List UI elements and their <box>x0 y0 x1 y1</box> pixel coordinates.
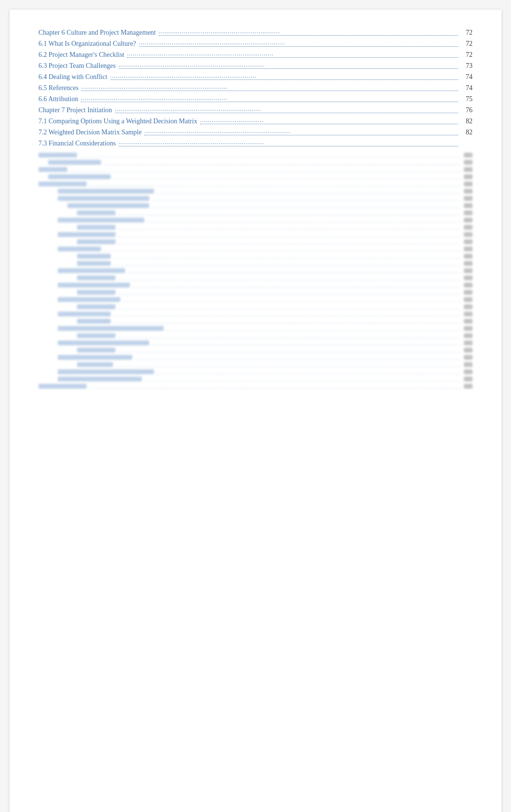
blurred-row <box>38 304 473 309</box>
toc-entry-text[interactable]: 6.1 What Is Organizational Culture? <box>38 40 136 48</box>
blurred-row <box>38 153 473 157</box>
toc-entry-s66[interactable]: 6.6 Attribution ........................… <box>38 95 473 104</box>
toc-page-num: 75 <box>461 95 473 103</box>
toc-entry-s62[interactable]: 6.2 Project Manager's Checklist ........… <box>38 51 473 59</box>
toc-entry-s64[interactable]: 6.4 Dealing with Conflict ..............… <box>38 73 473 81</box>
blurred-row <box>38 297 473 302</box>
toc-entry-text[interactable]: 7.3 Financial Considerations <box>38 140 116 147</box>
toc-entry-text[interactable]: 6.4 Dealing with Conflict <box>38 73 107 81</box>
blurred-row <box>38 254 473 259</box>
toc-dots: ........................................… <box>81 83 458 91</box>
blurred-row <box>38 369 473 374</box>
blurred-row <box>38 261 473 266</box>
toc-entry-s71[interactable]: 7.1 Comparing Options Using a Weighted D… <box>38 118 473 126</box>
blurred-row <box>38 160 473 165</box>
blurred-row <box>38 275 473 280</box>
toc-entry-ch6[interactable]: Chapter 6 Culture and Project Management… <box>38 29 473 37</box>
toc-entry-text[interactable]: 7.1 Comparing Options Using a Weighted D… <box>38 118 197 125</box>
toc-page-num: 74 <box>461 84 473 92</box>
blurred-row <box>38 189 473 194</box>
toc-entry-text[interactable]: Chapter 7 Project Initiation <box>38 106 112 114</box>
blurred-row <box>38 319 473 324</box>
toc-entry-text[interactable]: Chapter 6 Culture and Project Management <box>38 29 156 37</box>
toc-dots: ........................................… <box>144 127 458 135</box>
toc-page-num: 72 <box>461 51 473 59</box>
blurred-row <box>38 355 473 360</box>
toc-dots: ........................................… <box>139 39 458 47</box>
toc-page-num: 72 <box>461 29 473 37</box>
blurred-row <box>38 341 473 345</box>
table-of-contents: Chapter 6 Culture and Project Management… <box>38 29 473 389</box>
blurred-row <box>38 232 473 237</box>
blurred-row <box>38 290 473 295</box>
blurred-row <box>38 268 473 273</box>
toc-entry-s72[interactable]: 7.2 Weighted Decision Matrix Sample ....… <box>38 129 473 137</box>
toc-entry-text[interactable]: 6.3 Project Team Challenges <box>38 62 116 70</box>
blurred-toc-section <box>38 153 473 389</box>
blurred-row <box>38 384 473 389</box>
blurred-row <box>38 225 473 230</box>
blurred-row <box>38 210 473 215</box>
toc-page-num: 72 <box>461 40 473 48</box>
toc-page-num: 74 <box>461 73 473 81</box>
blurred-row <box>38 182 473 186</box>
toc-dots: ........................................… <box>110 72 458 80</box>
blurred-row <box>38 283 473 288</box>
toc-page-num: 73 <box>461 62 473 70</box>
toc-entry-s61[interactable]: 6.1 What Is Organizational Culture? ....… <box>38 40 473 48</box>
toc-entry-text[interactable]: 6.6 Attribution <box>38 95 78 103</box>
blurred-row <box>38 247 473 251</box>
toc-dots: ................................. <box>200 116 458 124</box>
blurred-row <box>38 203 473 208</box>
blurred-row <box>38 312 473 316</box>
toc-dots: ........................................… <box>115 105 458 113</box>
toc-entry-text[interactable]: 7.2 Weighted Decision Matrix Sample <box>38 129 141 136</box>
toc-dots: ........................................… <box>159 27 458 36</box>
toc-entry-ch7[interactable]: Chapter 7 Project Initiation ...........… <box>38 106 473 115</box>
blurred-row <box>38 196 473 201</box>
toc-entry-text[interactable]: 6.2 Project Manager's Checklist <box>38 51 124 59</box>
blurred-row <box>38 362 473 367</box>
toc-dots: ........................................… <box>119 138 458 146</box>
toc-entry-s73[interactable]: 7.3 Financial Considerations ...........… <box>38 140 473 148</box>
blurred-row <box>38 174 473 179</box>
toc-dots: ........................................… <box>81 94 458 102</box>
blurred-row <box>38 239 473 244</box>
toc-entry-s65[interactable]: 6.5 References .........................… <box>38 84 473 92</box>
blurred-row <box>38 167 473 172</box>
blurred-row <box>38 377 473 381</box>
toc-dots: ........................................… <box>119 61 458 69</box>
page: Chapter 6 Culture and Project Management… <box>10 10 501 812</box>
blurred-row <box>38 218 473 223</box>
toc-entry-text[interactable]: 6.5 References <box>38 84 78 92</box>
blurred-row <box>38 333 473 338</box>
blurred-row <box>38 348 473 353</box>
toc-page-num: 82 <box>461 129 473 136</box>
toc-page-num: 76 <box>461 106 473 114</box>
toc-entry-s63[interactable]: 6.3 Project Team Challenges ............… <box>38 62 473 70</box>
toc-dots: ........................................… <box>127 50 458 58</box>
toc-page-num: 82 <box>461 118 473 125</box>
blurred-row <box>38 326 473 331</box>
